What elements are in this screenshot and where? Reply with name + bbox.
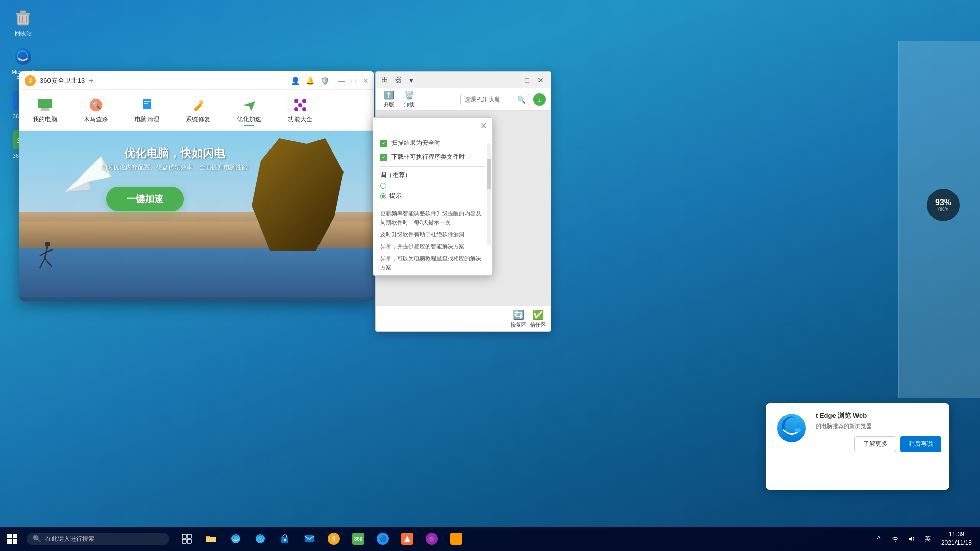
speedup-button[interactable]: 一键加速	[106, 187, 184, 211]
pdf-download-btn[interactable]: ↓	[533, 93, 546, 106]
dialog-radio-recommend	[380, 183, 485, 189]
taskbar-360-icon-1[interactable]: 3	[323, 528, 345, 550]
checkbox-1[interactable]: ✓	[380, 140, 387, 147]
svg-rect-42	[182, 539, 186, 543]
pdf-search-icon[interactable]: 🔍	[517, 95, 526, 104]
close-btn[interactable]: ✕	[362, 77, 370, 85]
pdf-apps-icon[interactable]: 器	[393, 75, 403, 85]
desktop-icon-recycle[interactable]: 回收站	[5, 5, 41, 39]
checkbox-item-1: ✓ 扫描结果为安全时	[380, 139, 485, 147]
taskbar-360-icon-5[interactable]: 🟣	[421, 528, 443, 550]
nav-repair[interactable]: 系统修复	[173, 94, 224, 126]
min-btn[interactable]: —	[337, 77, 346, 85]
taskbar-360-icon-3[interactable]: 🔵	[372, 528, 394, 550]
pdf-close-btn[interactable]: ✕	[534, 75, 547, 85]
pdf-dropdown-icon[interactable]: ▼	[406, 75, 416, 85]
tray-expand-icon[interactable]: ^	[872, 532, 886, 546]
svg-point-22	[294, 107, 298, 111]
dialog-close-btn[interactable]: ✕	[477, 120, 490, 132]
svg-rect-18	[144, 103, 148, 104]
taskbar: 🔍 在此键入进行搜索	[0, 527, 980, 551]
dialog-section-title: 调（推荐）	[380, 171, 485, 180]
edge-primary-btn[interactable]: 稍后再说	[900, 436, 941, 452]
radio-hint-label: 提示	[389, 192, 402, 201]
taskbar-search-bar[interactable]: 🔍 在此键入进行搜索	[27, 533, 169, 545]
nav-functions[interactable]: 功能大全	[275, 94, 326, 126]
pdf-title-icons: 田 器 ▼	[380, 75, 416, 85]
svg-line-31	[45, 258, 52, 267]
checkbox-2[interactable]: ✓	[380, 154, 387, 161]
user-icon[interactable]: 👤	[291, 77, 300, 85]
cpu-speed-value: 0K/s	[938, 207, 948, 212]
functions-icon	[291, 96, 309, 114]
radio-hint[interactable]	[380, 193, 386, 199]
status-optimize-record: 优化记录	[188, 300, 211, 301]
dialog-radio-hint: 提示	[380, 192, 485, 201]
taskbar-mail[interactable]	[298, 528, 321, 550]
radio-recommend[interactable]	[380, 183, 386, 189]
cpu-percent-value: 93%	[935, 198, 951, 207]
svg-marker-51	[909, 536, 912, 541]
pdf-trust-icon: ✅	[532, 309, 544, 320]
svg-rect-41	[187, 534, 191, 538]
dialog-scrollbar-thumb[interactable]	[487, 159, 491, 189]
svg-text:🔍: 🔍	[92, 101, 101, 110]
nav-speedup[interactable]: 优化加速	[224, 94, 275, 126]
checkbox-1-label: 扫描结果为安全时	[391, 139, 440, 147]
edge-secondary-btn[interactable]: 了解更多	[854, 436, 896, 452]
svg-rect-11	[38, 99, 52, 108]
svg-rect-38	[7, 539, 12, 544]
pdf-trust-btn[interactable]: ✅ 信任区	[530, 309, 546, 329]
dialog-scrollbar[interactable]	[487, 143, 491, 245]
pdf-titlebar: 田 器 ▼ — □ ✕	[376, 72, 551, 88]
edge-logo-svg	[774, 411, 810, 447]
status-bar: 开始时间 优化记录 已忽略	[19, 297, 374, 301]
svg-rect-44	[206, 537, 216, 542]
taskbar-store[interactable]	[274, 528, 296, 550]
nav-my-computer[interactable]: 我的电脑	[19, 94, 70, 126]
360-window-title: 360安全卫士13	[40, 76, 85, 85]
title-left-group: 3 360安全卫士13 +	[24, 75, 94, 86]
clean-icon	[138, 96, 156, 114]
taskbar-task-view[interactable]	[176, 528, 198, 550]
taskbar-edge-search[interactable]	[249, 528, 272, 550]
svg-point-34	[777, 414, 806, 442]
tray-lang-icon[interactable]: 英	[921, 532, 935, 546]
start-button[interactable]	[0, 527, 24, 551]
windows-logo-icon	[7, 533, 18, 544]
taskbar-360-icon-4[interactable]	[396, 528, 419, 550]
pdf-bottom-bar: 🔄 恢复区 ✅ 信任区	[376, 306, 551, 331]
pdf-uninstall-btn[interactable]: 🗑️ 卸载	[401, 89, 418, 109]
pdf-toolbar: ⬆️ 升版 🗑️ 卸载 🔍 ↓	[376, 88, 551, 111]
cpu-indicator: 93% 0K/s	[927, 189, 960, 221]
tray-volume-icon[interactable]	[904, 532, 919, 546]
pdf-search-input[interactable]	[464, 96, 515, 103]
virus-scan-icon: 🔍	[87, 96, 105, 114]
taskbar-360-icon-6[interactable]: 🟠	[445, 528, 468, 550]
shield-icon[interactable]: 🛡️	[321, 77, 329, 85]
water-bg	[19, 239, 374, 301]
pdf-max-btn[interactable]: □	[522, 75, 532, 85]
taskbar-360-icon-2[interactable]: 360	[347, 528, 370, 550]
taskbar-clock[interactable]: 11:39 2021/11/18	[937, 530, 976, 547]
nav-virus-scan[interactable]: 🔍 木马查杀	[70, 94, 121, 126]
nav-clean[interactable]: 电脑清理	[121, 94, 173, 126]
pdf-restore-btn[interactable]: 🔄 恢复区	[511, 309, 526, 329]
edge-logo-container	[774, 411, 810, 447]
max-btn[interactable]: □	[350, 77, 358, 85]
taskbar-file-manager[interactable]	[200, 528, 223, 550]
pdf-upgrade-label: 升版	[384, 101, 394, 108]
360-plus-btn[interactable]: +	[89, 76, 93, 85]
svg-point-45	[231, 534, 240, 543]
bell-icon[interactable]: 🔔	[306, 77, 314, 85]
settings-dialog: ✕ ✓ 扫描结果为安全时 ✓ 下载非可执行程序类文件时 调（推荐） 提示 更新频…	[373, 117, 493, 276]
desktop: 回收站 Microsoft Edge	[0, 0, 980, 551]
taskbar-edge-browser[interactable]	[225, 528, 247, 550]
pdf-grid-icon[interactable]: 田	[380, 75, 390, 85]
beach-subtitle: 同时优化内存配置、硬盘传输效率，全面提升电脑性能	[101, 163, 248, 172]
tray-network-icon[interactable]	[888, 532, 902, 546]
status-ignored: 已忽略	[226, 300, 243, 301]
pdf-upgrade-btn[interactable]: ⬆️ 升版	[381, 89, 397, 109]
edge-notification: t Edge 浏览 Web 的电脑推荐的新浏览器 了解更多 稍后再说	[766, 403, 949, 490]
pdf-min-btn[interactable]: —	[507, 75, 520, 85]
